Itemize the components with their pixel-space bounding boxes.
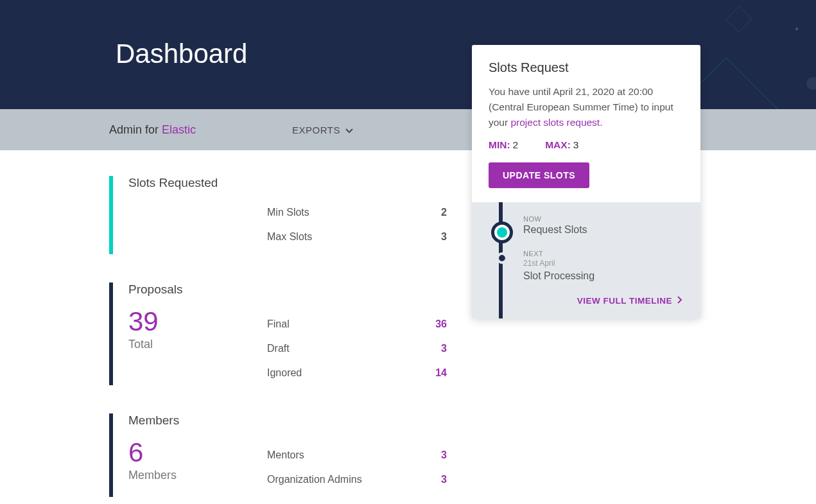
members-section: Members 6 Members Mentors 3 Organization… — [109, 413, 700, 497]
max-value: 3 — [573, 139, 579, 150]
min-block: MIN:2 — [489, 139, 518, 151]
members-section-title: Members — [128, 413, 700, 428]
stat-value: 2 — [441, 207, 447, 218]
proposals-stat-rows: Final 36 Draft 3 Ignored 14 — [267, 312, 447, 385]
stat-label: Mentors — [267, 449, 304, 461]
stat-label: Draft — [267, 343, 290, 354]
chevron-down-icon — [345, 125, 353, 135]
stat-row-max-slots: Max Slots 3 — [267, 225, 447, 249]
stat-value: 3 — [441, 474, 447, 485]
stat-value: 3 — [441, 343, 447, 354]
admin-for-prefix: Admin for — [109, 123, 162, 136]
chevron-right-icon — [677, 296, 682, 306]
members-stat-rows: Mentors 3 Organization Admins 3 — [267, 443, 447, 492]
timeline-item-now: NOW Request Slots — [489, 215, 684, 236]
max-block: MAX:3 — [545, 139, 578, 151]
card-desc-suffix: . — [600, 117, 602, 128]
svg-point-2 — [806, 77, 816, 90]
view-full-timeline-link[interactable]: VIEW FULL TIMELINE — [489, 296, 684, 306]
org-link[interactable]: Elastic — [162, 123, 196, 136]
max-label: MAX: — [545, 139, 571, 150]
stat-label: Ignored — [267, 367, 302, 379]
stat-row-ignored[interactable]: Ignored 14 — [267, 361, 447, 385]
slots-stat-rows: Min Slots 2 Max Slots 3 — [267, 200, 447, 249]
stat-label: Max Slots — [267, 231, 312, 243]
stat-value: 36 — [435, 318, 447, 330]
timeline-next-date: 21st April — [523, 259, 684, 268]
project-slots-link[interactable]: project slots request — [510, 117, 600, 128]
timeline-now-label: Request Slots — [523, 224, 684, 236]
section-accent-bar — [109, 282, 113, 385]
card-description: You have until April 21, 2020 at 20:00 (… — [489, 84, 684, 130]
stat-label: Min Slots — [267, 207, 309, 218]
min-value: 2 — [513, 139, 519, 150]
section-accent-bar — [109, 176, 113, 254]
exports-label: EXPORTS — [292, 125, 340, 135]
timeline-current-dot-icon — [491, 222, 513, 243]
stat-row-org-admins[interactable]: Organization Admins 3 — [267, 467, 447, 492]
stat-label: Final — [267, 318, 290, 330]
stat-row-draft[interactable]: Draft 3 — [267, 336, 447, 361]
stat-row-final[interactable]: Final 36 — [267, 312, 447, 336]
admin-for-text: Admin for Elastic — [109, 123, 196, 137]
section-accent-bar — [109, 413, 113, 497]
page-title: Dashboard — [116, 39, 247, 69]
stat-value: 3 — [441, 231, 447, 243]
stat-row-mentors[interactable]: Mentors 3 — [267, 443, 447, 467]
stat-row-min-slots: Min Slots 2 — [267, 200, 447, 225]
timeline-now-tag: NOW — [523, 215, 684, 223]
minmax-row: MIN:2 MAX:3 — [489, 139, 684, 151]
min-label: MIN: — [489, 139, 510, 150]
update-slots-button[interactable]: UPDATE SLOTS — [489, 162, 589, 188]
timeline-next-label: Slot Processing — [523, 270, 684, 282]
svg-point-1 — [795, 28, 798, 30]
stat-value: 3 — [441, 449, 447, 461]
exports-dropdown[interactable]: EXPORTS — [292, 125, 353, 135]
timeline-next-dot-icon — [499, 255, 505, 261]
stat-label: Organization Admins — [267, 474, 362, 485]
stat-value: 14 — [435, 367, 447, 379]
timeline-panel: NOW Request Slots NEXT 21st April Slot P… — [472, 202, 700, 318]
view-full-label: VIEW FULL TIMELINE — [577, 296, 672, 306]
timeline-next-tag: NEXT — [523, 250, 684, 257]
timeline-item-next: NEXT 21st April Slot Processing — [489, 250, 684, 282]
slots-request-card: Slots Request You have until April 21, 2… — [472, 45, 700, 318]
card-title: Slots Request — [489, 60, 684, 75]
card-top: Slots Request You have until April 21, 2… — [472, 45, 700, 202]
